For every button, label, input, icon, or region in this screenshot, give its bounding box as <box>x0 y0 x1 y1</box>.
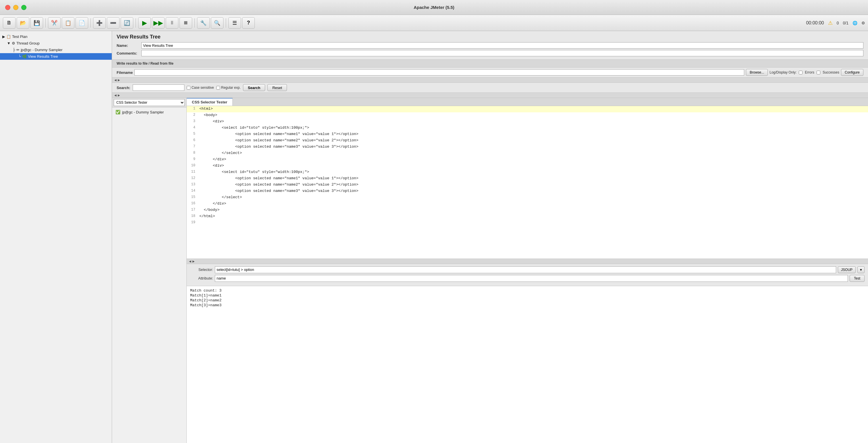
scroll-right-icon-2[interactable]: ▶ <box>118 94 120 97</box>
collapse-button[interactable]: ➖ <box>107 17 120 29</box>
samples-list: ✅ jp@gc - Dummy Sampler <box>112 108 186 443</box>
open-button[interactable]: 📂 <box>17 17 29 29</box>
filename-input[interactable] <box>134 69 744 76</box>
line-content-19 <box>198 220 868 221</box>
new-button[interactable]: 🗎 <box>3 17 16 29</box>
code-line-18: 18</html> <box>187 213 868 220</box>
help-button[interactable]: ? <box>242 17 255 29</box>
scroll-arrows-row-1: ◀ ▶ <box>112 78 868 83</box>
settings-icon[interactable]: ⚙ <box>861 21 865 25</box>
match-result-line: Match[2]=name2 <box>190 298 865 302</box>
stop-now-button[interactable]: ⏹ <box>180 17 192 29</box>
success-icon: ✅ <box>116 110 120 114</box>
line-content-13: <option selected name="name2" value="val… <box>198 182 868 187</box>
line-content-2: <body> <box>198 112 868 118</box>
search-button[interactable]: Search <box>243 84 265 91</box>
scroll-down-left-icon[interactable]: ◀ <box>189 260 191 263</box>
test-button[interactable]: Test <box>849 275 865 282</box>
copy-button[interactable]: 📋 <box>62 17 74 29</box>
sidebar: ▶ 📋 Test Plan ▼ ⚙ Thread Group ├ ✏ jp@gc… <box>0 31 112 443</box>
selector-input[interactable] <box>215 266 836 273</box>
name-label: Name: <box>117 43 140 48</box>
scroll-left-icon[interactable]: ◀ <box>114 79 117 82</box>
warning-count: 0 <box>837 21 839 25</box>
minimize-button[interactable] <box>13 5 19 10</box>
sidebar-item-dummy-sampler[interactable]: ├ ✏ jp@gc - Dummy Sampler <box>0 47 112 53</box>
code-line-2: 2 <body> <box>187 112 868 119</box>
code-line-7: 7 <option selected name="name3" value="v… <box>187 144 868 150</box>
list-button[interactable]: ☰ <box>228 17 241 29</box>
close-button[interactable] <box>5 5 10 10</box>
successes-checkbox[interactable] <box>816 71 820 75</box>
line-number-12: 12 <box>187 176 198 180</box>
code-line-17: 17 </body> <box>187 207 868 213</box>
timer-display: 00:00:00 <box>806 21 824 26</box>
line-number-4: 4 <box>187 125 198 129</box>
line-content-18: </html> <box>198 213 868 219</box>
reset-button[interactable]: 🔄 <box>121 17 133 29</box>
separator-3 <box>135 19 136 28</box>
search-row: Search: Case sensitive Regular exp. Sear… <box>112 83 868 93</box>
scroll-down-right-icon[interactable]: ▶ <box>192 260 195 263</box>
browse-button[interactable]: Browse... <box>746 69 768 76</box>
write-results-label: Write results to file / Read from file <box>117 61 174 65</box>
scroll-left-icon-2[interactable]: ◀ <box>114 94 117 97</box>
line-content-12: <option selected name="name1" value="val… <box>198 176 868 181</box>
separator-4 <box>194 19 195 28</box>
reset-button[interactable]: Reset <box>268 84 287 91</box>
attribute-row: Attribute: Test <box>190 275 865 282</box>
line-number-8: 8 <box>187 150 198 155</box>
line-number-7: 7 <box>187 144 198 149</box>
expand-button[interactable]: ➕ <box>93 17 106 29</box>
tab-css-selector-tester[interactable]: CSS Selector Tester <box>187 98 232 106</box>
comments-row: Comments: <box>117 50 863 56</box>
comments-label: Comments: <box>117 51 140 55</box>
func2-button[interactable]: 🔍 <box>211 17 223 29</box>
view-results-connector: └ <box>19 54 21 59</box>
search-input[interactable] <box>133 85 184 91</box>
run-no-pause-button[interactable]: ▶▶ <box>152 17 164 29</box>
sidebar-item-test-plan[interactable]: ▶ 📋 Test Plan <box>0 33 112 40</box>
name-input[interactable] <box>141 42 863 49</box>
left-panel: CSS Selector Tester Request Response Sam… <box>112 98 187 443</box>
sidebar-item-thread-group[interactable]: ▼ ⚙ Thread Group <box>0 40 112 47</box>
filename-label: Filename <box>117 70 133 75</box>
maximize-button[interactable] <box>21 5 26 10</box>
scroll-right-icon[interactable]: ▶ <box>118 79 120 82</box>
jsoup-button[interactable]: JSOUP <box>838 266 856 273</box>
code-line-14: 14 <option selected name="name3" value="… <box>187 188 868 195</box>
attribute-input[interactable] <box>215 275 848 282</box>
code-line-16: 16 </div> <box>187 201 868 207</box>
match-result-line: Match[3]=name3 <box>190 303 865 307</box>
regular-exp-checkbox[interactable] <box>216 86 220 90</box>
code-scroll-row: ◀ ▶ <box>187 259 868 264</box>
stop-button[interactable]: ⏸ <box>166 17 178 29</box>
save-button[interactable]: 💾 <box>30 17 43 29</box>
jsoup-dropdown[interactable]: ▼ <box>857 266 865 273</box>
dummy-sampler-icon: ✏ <box>17 48 20 52</box>
code-editor[interactable]: 1<html>2 <body>3 <div>4 <select id="toto… <box>187 106 868 259</box>
list-item[interactable]: ✅ jp@gc - Dummy Sampler <box>112 109 186 116</box>
tab-label: CSS Selector Tester <box>192 100 227 104</box>
sidebar-label-test-plan: Test Plan <box>12 34 27 39</box>
line-number-1: 1 <box>187 106 198 111</box>
sidebar-item-view-results-tree[interactable]: └ 🌿 View Results Tree <box>0 53 112 60</box>
cut-button[interactable]: ✂️ <box>48 17 61 29</box>
configure-button[interactable]: Configure <box>841 69 863 76</box>
line-number-5: 5 <box>187 131 198 136</box>
func1-button[interactable]: 🔧 <box>197 17 210 29</box>
run-button[interactable]: ▶ <box>138 17 151 29</box>
expand-icon-2: ▼ <box>7 41 11 46</box>
view-type-dropdown[interactable]: CSS Selector Tester Request Response Sam… <box>114 99 185 106</box>
line-content-9: </div> <box>198 156 868 162</box>
separator-5 <box>226 19 226 28</box>
line-number-14: 14 <box>187 188 198 193</box>
comments-input[interactable] <box>141 50 863 56</box>
titlebar: Apache JMeter (5.5) <box>0 0 868 15</box>
paste-button[interactable]: 📄 <box>75 17 88 29</box>
line-number-6: 6 <box>187 138 198 142</box>
search-label: Search: <box>117 86 130 90</box>
case-sensitive-checkbox[interactable] <box>187 86 190 90</box>
errors-checkbox[interactable] <box>799 71 803 75</box>
line-number-10: 10 <box>187 163 198 168</box>
